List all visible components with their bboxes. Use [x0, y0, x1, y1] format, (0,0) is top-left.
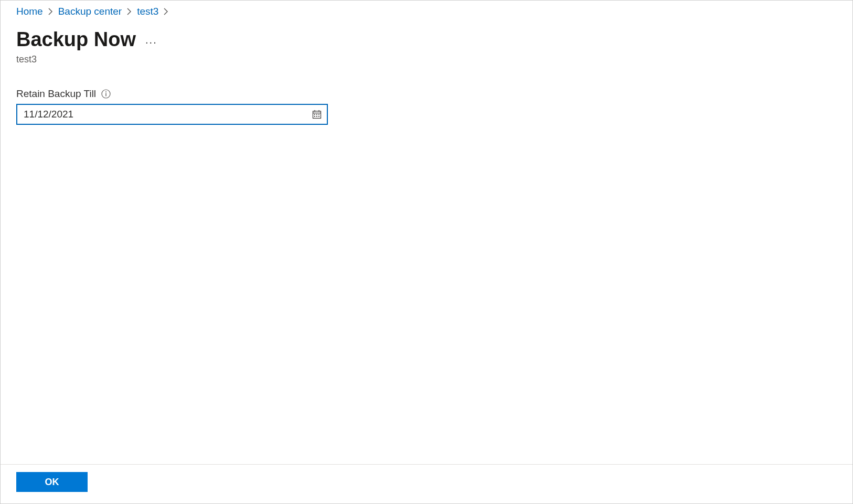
calendar-icon[interactable]	[311, 109, 323, 120]
page-subtitle: test3	[16, 54, 837, 65]
page-title: Backup Now	[16, 29, 136, 51]
svg-rect-7	[314, 114, 315, 115]
breadcrumb: Home Backup center test3	[16, 6, 837, 17]
breadcrumb-home[interactable]: Home	[16, 6, 43, 17]
footer: OK	[1, 464, 852, 503]
more-actions-icon[interactable]: ···	[145, 37, 157, 47]
svg-rect-8	[316, 114, 317, 115]
chevron-right-icon	[48, 8, 53, 15]
chevron-right-icon	[127, 8, 132, 15]
svg-rect-11	[316, 116, 317, 117]
chevron-right-icon	[164, 8, 168, 15]
breadcrumb-backup-center[interactable]: Backup center	[58, 6, 122, 17]
info-icon[interactable]	[101, 89, 111, 99]
svg-rect-2	[105, 93, 106, 96]
svg-point-1	[105, 91, 106, 92]
retain-backup-till-input[interactable]	[16, 104, 328, 125]
retain-backup-till-label: Retain Backup Till	[16, 88, 96, 100]
svg-rect-12	[318, 116, 319, 117]
retain-backup-till-field	[16, 104, 328, 125]
breadcrumb-test3[interactable]: test3	[137, 6, 158, 17]
svg-rect-9	[318, 114, 319, 115]
svg-rect-10	[314, 116, 315, 117]
ok-button[interactable]: OK	[16, 472, 88, 492]
